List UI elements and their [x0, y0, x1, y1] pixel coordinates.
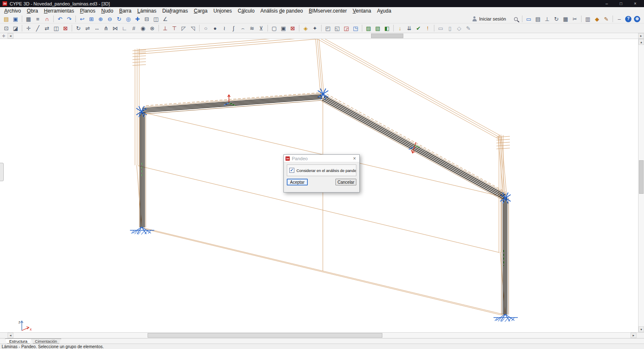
tools-icon[interactable]: ✂ [571, 15, 579, 23]
delete-icon[interactable]: ⊠ [61, 24, 70, 32]
menu-ventana[interactable]: Ventana [350, 8, 374, 14]
welded-unions-icon[interactable]: ✦ [311, 24, 319, 32]
top-scroll-track[interactable] [13, 33, 638, 39]
select-all-icon[interactable]: ▣ [279, 24, 288, 32]
update-icon[interactable]: ↻ [552, 15, 561, 23]
report-log-icon[interactable]: ▤ [534, 15, 542, 23]
menu-archivo[interactable]: Archivo [1, 8, 24, 14]
menu-barra[interactable]: Barra [116, 8, 134, 14]
axes-tool-icon[interactable]: ✛ [0, 33, 8, 39]
bottom-scroll-track[interactable] [13, 333, 631, 338]
dialog-close-button[interactable]: × [351, 156, 358, 161]
menu-calculo[interactable]: Cálculo [235, 8, 257, 14]
growth-direction-icon[interactable]: ◧ [383, 24, 391, 32]
move-icon[interactable]: ⇄ [43, 24, 51, 32]
top-scroll-thumb[interactable] [371, 34, 403, 38]
dialog-titlebar[interactable]: 3d Pandeo × [284, 155, 359, 162]
buckling-coefficients-icon[interactable]: ∫ [229, 24, 238, 32]
bottom-scroll-thumb[interactable] [148, 333, 382, 338]
work-plane-icon[interactable]: ◪ [11, 24, 20, 32]
annotations-icon[interactable]: ✎ [464, 24, 473, 32]
supports-icon[interactable]: ⊻ [257, 24, 265, 32]
describe-profile-icon[interactable]: ⊥ [161, 24, 169, 32]
zoom-previous-icon[interactable]: ↩ [78, 15, 86, 23]
print-view-icon[interactable]: ⊟ [143, 15, 151, 23]
minimize-button[interactable]: – [600, 0, 614, 7]
views-3d-icon[interactable]: ◇ [455, 24, 463, 32]
rotate-icon[interactable]: ↻ [74, 24, 83, 32]
mirror-icon[interactable]: ⇌ [83, 24, 92, 32]
errors-icon[interactable]: ! [423, 24, 432, 32]
zoom-out-icon[interactable]: ⊖ [106, 15, 114, 23]
tables-icon[interactable]: ▦ [561, 15, 570, 23]
menu-analisis-de-pandeo[interactable]: Análisis de pandeo [257, 8, 306, 14]
describe-group-icon[interactable]: ▨ [364, 24, 373, 32]
signin-button[interactable]: Iniciar sesión [469, 16, 509, 22]
grid-icon[interactable]: # [130, 24, 138, 32]
bottom-scroll-left-button[interactable]: ◄ [8, 333, 13, 338]
menu-ayuda[interactable]: Ayuda [374, 8, 394, 14]
buckling-icon[interactable]: ≀ [220, 24, 229, 32]
profile-disposition-icon[interactable]: ◸ [179, 24, 188, 32]
stretch-icon[interactable]: ↔ [93, 24, 101, 32]
save-project-icon[interactable]: ▣ [11, 15, 20, 23]
window-layout-icon[interactable]: ▭ [525, 15, 533, 23]
layers-icon[interactable]: ≡ [34, 15, 42, 23]
menu-herramientas[interactable]: Herramientas [41, 8, 77, 14]
measure-angle-icon[interactable]: ∠ [161, 15, 169, 23]
fixed-end-icon[interactable]: ● [211, 24, 219, 32]
describe-material-icon[interactable]: ⊤ [170, 24, 179, 32]
right-scroll-track[interactable] [639, 45, 644, 326]
redraw-icon[interactable]: ↻ [115, 15, 123, 23]
accept-button[interactable]: Aceptar [287, 179, 308, 185]
undo-icon[interactable]: ↶ [56, 15, 64, 23]
menu-laminas[interactable]: Láminas [135, 8, 159, 14]
bottom-scroll-right-button[interactable]: ► [631, 333, 636, 338]
sections-icon[interactable]: ⊥ [543, 15, 551, 23]
unions-icon[interactable]: ◈ [301, 24, 310, 32]
project-data-icon[interactable]: ▦ [24, 15, 33, 23]
profile-rotation-icon[interactable]: ◹ [189, 24, 197, 32]
views-plan-icon[interactable]: ▭ [436, 24, 445, 32]
measure-icon[interactable]: ∟ [120, 24, 129, 32]
menu-bimserver-center[interactable]: BIMserver.center [306, 8, 350, 14]
search-icon[interactable] [512, 15, 520, 23]
divide-bar-icon[interactable]: ⋔ [102, 24, 110, 32]
zoom-extents-icon[interactable]: ◎ [124, 15, 132, 23]
copy-icon[interactable]: ◫ [52, 24, 60, 32]
consider-buckling-checkbox[interactable]: ✓ Considerar en el análisis de pandeo [289, 168, 354, 173]
new-node-icon[interactable]: ✛ [24, 24, 33, 32]
checkbox-icon[interactable]: ✓ [289, 168, 294, 173]
close-button[interactable]: × [628, 0, 642, 7]
pan-icon[interactable]: ✚ [133, 15, 142, 23]
zoom-window-icon[interactable]: ⊞ [87, 15, 96, 23]
scroll-left-button[interactable]: ◄ [8, 33, 13, 39]
menu-nudo[interactable]: Nudo [98, 8, 116, 14]
cype-web-icon[interactable]: ⊕ [634, 16, 640, 22]
tab-cimentacion[interactable]: Cimentación [31, 339, 61, 344]
cancel-selection-icon[interactable]: ⊠ [288, 24, 297, 32]
cancel-button[interactable]: Cancelar [335, 179, 356, 185]
plot-drawings-icon[interactable]: ▥ [584, 15, 592, 23]
window-views-icon[interactable]: ◫ [152, 15, 160, 23]
loads-icon[interactable]: ↓ [396, 24, 404, 32]
menu-carga[interactable]: Carga [191, 8, 210, 14]
views-elevation-icon[interactable]: ▯ [446, 24, 454, 32]
redo-icon[interactable]: ↷ [65, 15, 73, 23]
snap-icon[interactable]: ◉ [139, 24, 147, 32]
support-left[interactable] [130, 227, 154, 234]
help-icon[interactable]: ? [625, 16, 631, 22]
deflection-limit-icon[interactable]: ⌢ [239, 24, 247, 32]
bim-export-icon[interactable]: ◆ [593, 15, 601, 23]
join-bars-icon[interactable]: ⋈ [111, 24, 119, 32]
scroll-right-button[interactable]: ► [638, 33, 644, 39]
collapse-toolbar-icon[interactable]: – [615, 15, 623, 23]
menu-uniones[interactable]: Uniones [210, 8, 235, 14]
check-elements-icon[interactable]: ✔ [414, 24, 423, 32]
annotate-icon[interactable]: ✎ [602, 15, 610, 23]
scroll-down-button[interactable]: ▼ [639, 326, 644, 332]
resources-icon[interactable]: ∩ [43, 15, 51, 23]
open-project-icon[interactable]: ▤ [2, 15, 10, 23]
tab-estructura[interactable]: Estructura [5, 339, 31, 344]
zoom-in-icon[interactable]: ⊕ [96, 15, 105, 23]
